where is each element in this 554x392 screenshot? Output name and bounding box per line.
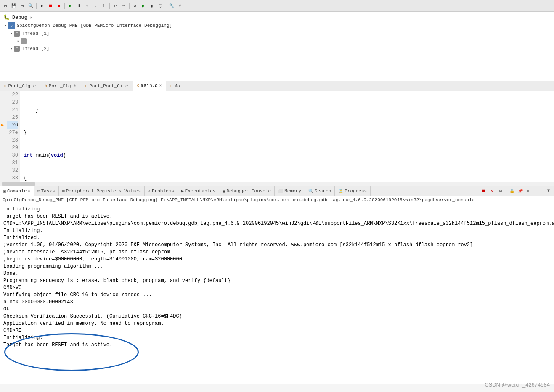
suspend-icon[interactable]: ⏸ [75, 2, 82, 10]
tab-executables-label: Executables [185, 189, 216, 194]
console-path-text: GpioCfgDemon_Debug_PNE [GDB PEMicro Inte… [3, 197, 474, 203]
expand-arrow2: ▾ [17, 39, 19, 44]
toolbar-icon-6[interactable]: → [120, 2, 127, 10]
tab-close-main-c[interactable]: ✕ [159, 83, 162, 88]
toolbar-icon-1[interactable]: ⊟ [2, 2, 9, 10]
tab-peripheral-label: Peripheral Registers Values [66, 189, 141, 194]
tab-tasks-label: Tasks [41, 189, 55, 194]
thread1-arrow: ▾ [10, 32, 12, 36]
ln-28: 28 [7, 137, 18, 144]
sep4 [129, 3, 130, 9]
gutter-23 [0, 99, 5, 106]
tab-debugger-console[interactable]: ▣ Debugger Console [219, 186, 275, 196]
tab-console[interactable]: ▣ Console ✕ [0, 186, 34, 196]
console-line-10: ;device freescale, s32k144f512m15, pflas… [3, 249, 551, 256]
code-line-25: { [24, 174, 551, 182]
toolbar-icon-9[interactable]: ◉ [148, 2, 156, 10]
step-into-icon[interactable]: ↓ [92, 2, 99, 10]
step-return-icon[interactable]: ↑ [100, 2, 108, 10]
tab-memory[interactable]: ⬜ Memory [275, 186, 305, 196]
thread2-icon: T [14, 46, 20, 52]
new-console-btn[interactable]: ⊟ [533, 187, 541, 195]
console-line-25: Initializing. [3, 334, 551, 342]
tasks-icon: ☑ [37, 189, 40, 194]
code-content[interactable]: } } int main(void) { counter = 0; Mcu_In… [20, 91, 554, 182]
toolbar-icon-2[interactable]: 💾 [10, 2, 18, 10]
toolbar-icon-11[interactable]: 🔧 [168, 2, 175, 10]
tab-port-port-ci-c[interactable]: c Port_Port_Ci.c [81, 81, 133, 91]
sep6 [506, 188, 506, 195]
ln-29: 29 [7, 144, 18, 152]
debugger-console-icon: ▣ [223, 189, 225, 194]
code-line-24: int main(void) [24, 152, 551, 159]
ln-26: 26 [7, 121, 18, 129]
tab-label-4: main.c [141, 83, 158, 88]
scroll-lock-btn[interactable]: 🔒 [508, 187, 516, 195]
console-output[interactable]: Initializing.Target has been RESET and i… [0, 204, 554, 384]
debug-gutter: ▶ [0, 91, 5, 182]
file-icon-3: c [85, 84, 87, 88]
progress-icon: ⏳ [338, 189, 343, 194]
toolbar-icon-8[interactable]: ▶ [140, 2, 147, 10]
debug-thread-2[interactable]: ▾ T Thread [2] [2, 45, 552, 53]
toolbar-icon-4[interactable]: 🔍 [27, 2, 34, 10]
tab-label-1: Port_Cfg.c [8, 84, 36, 89]
tab-progress-label: Progress [345, 189, 367, 194]
clear-btn[interactable]: ⊠ [497, 187, 504, 195]
problems-icon: ⚠ [148, 189, 151, 194]
tab-mo[interactable]: c Mo... [166, 81, 193, 91]
session-icon: D [8, 22, 15, 29]
gutter-33 [0, 174, 5, 182]
run-icon[interactable]: ▶ [38, 2, 46, 10]
tab-port-cfg-h[interactable]: h Port_Cfg.h [40, 81, 81, 91]
toolbar-icon-5[interactable]: ↩ [111, 2, 119, 10]
gutter-31 [0, 159, 5, 166]
toolbar-icon-12[interactable]: ⚡ [176, 2, 184, 10]
expand-btn[interactable]: ⊞ [525, 187, 533, 195]
console-line-3: CMD>E:\APP_INSTALL\NXP\ARM\eclipse\plugi… [3, 220, 551, 227]
console-line-21: Checksum Verification Successful. (Cumul… [3, 313, 551, 320]
tab-progress[interactable]: ⏳ Progress [335, 186, 371, 196]
tab-tasks[interactable]: ☑ Tasks [34, 186, 59, 196]
pin-btn[interactable]: 📌 [517, 187, 524, 195]
tab-port-cfg-c[interactable]: c Port_Cfg.c [0, 81, 40, 91]
toolbar-icon-7[interactable]: ⚙ [131, 2, 139, 10]
gutter-22 [0, 91, 5, 99]
debug-thread-1[interactable]: ▾ T Thread [1] [2, 30, 552, 37]
tab-problems[interactable]: ⚠ Problems [145, 186, 178, 196]
terminate-btn[interactable]: ✕ [488, 187, 496, 195]
console-line-16: Programming sequency is : erase, blank c… [3, 277, 551, 284]
gutter-27 [0, 129, 5, 137]
tab-console-close[interactable]: ✕ [28, 189, 30, 193]
step-over-icon[interactable]: ↷ [83, 2, 91, 10]
tab-executables[interactable]: ▶ Executables [178, 186, 220, 196]
tab-main-c[interactable]: c main.c ✕ [133, 81, 166, 91]
console-line-19: block 00000000-000021A3 ... [3, 299, 551, 306]
stop-icon[interactable]: ⏹ [47, 2, 54, 10]
tab-peripheral-registers[interactable]: ⊞ Peripheral Registers Values [59, 186, 145, 196]
gutter-29 [0, 144, 5, 151]
stop-btn[interactable]: ⏹ [480, 187, 488, 195]
editor-scrollbar-h[interactable] [0, 182, 554, 186]
terminate-icon[interactable]: ◼ [55, 2, 63, 10]
console-line-12: ;begin_cs device=$00000000, length=$1400… [3, 256, 551, 263]
console-line-22: Application verified in memory. No need … [3, 320, 551, 327]
toolbar-icon-3[interactable]: ⊞ [19, 2, 26, 10]
debug-close[interactable]: ✕ [30, 15, 32, 20]
tab-label-3: Port_Port_Ci.c [89, 84, 128, 89]
console-line-17: CMD>VC [3, 284, 551, 292]
view-menu-btn[interactable]: ▼ [545, 187, 552, 195]
tab-debugger-console-label: Debugger Console [227, 189, 271, 194]
tab-search[interactable]: 🔍 Search [305, 186, 335, 196]
toolbar-icon-10[interactable]: ⬡ [156, 2, 164, 10]
debug-session-item[interactable]: ▾ D GpioCfgDemon_Debug_PNE [GDB PEMicro … [2, 21, 552, 30]
ln-24: 24 [7, 106, 18, 114]
ln-32: 32 [7, 167, 18, 174]
console-line-6: Initialized. [3, 234, 551, 242]
tab-label-5: Mo... [175, 84, 188, 89]
console-line-2: Target has been RESET and is active. [3, 213, 551, 220]
console-path-bar: GpioCfgDemon_Debug_PNE [GDB PEMicro Inte… [0, 196, 554, 204]
thread2-arrow: ▾ [10, 47, 12, 51]
tab-label-2: Port_Cfg.h [49, 84, 77, 89]
resume-icon[interactable]: ▶ [66, 2, 74, 10]
